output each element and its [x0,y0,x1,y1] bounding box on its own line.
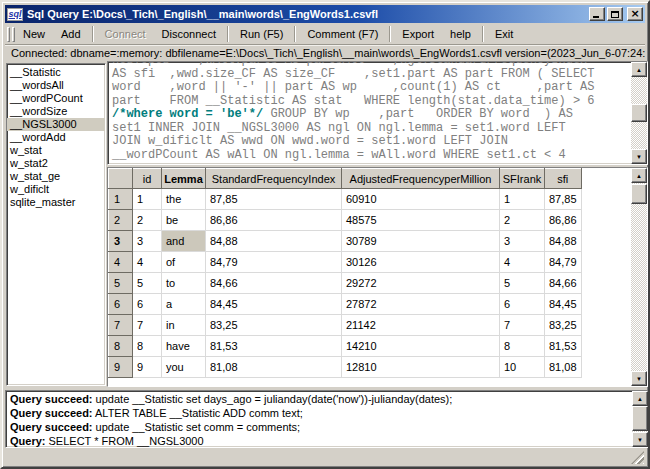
scroll-up-button[interactable]: ▲ [631,62,647,77]
table-cell[interactable]: 14210 [342,336,500,357]
table-cell[interactable]: 6 [133,294,162,315]
table-cell[interactable]: 7 [500,315,545,336]
table-cell[interactable]: 1 [133,189,162,210]
selected-cell[interactable]: and [162,231,206,252]
table-cell[interactable]: 86,86 [545,210,582,231]
scrollbar-thumb[interactable] [631,104,647,122]
table-cell[interactable]: 86,86 [206,210,342,231]
toolbar-button-add[interactable]: Add [53,26,89,42]
table-cell[interactable]: 48575 [342,210,500,231]
sidebar-item-sqlite-master[interactable]: sqlite_master [7,196,105,209]
column-header-sfirank[interactable]: SFIrank [500,169,545,189]
close-button[interactable]: × [627,7,643,21]
sql-editor-text[interactable]: повторов ,wAll.parts AS partsAll ,ngl.St… [108,61,631,164]
table-corner-header[interactable] [109,169,133,189]
table-cell[interactable]: 81,08 [545,357,582,378]
table-cell[interactable]: 29272 [342,273,500,294]
toolbar-button-exit[interactable]: Exit [487,26,521,42]
sidebar-item-w-stat-ge[interactable]: w_stat_ge [7,170,105,183]
table-cell[interactable]: 4 [133,252,162,273]
scrollbar-thumb[interactable] [632,406,648,431]
results-scrollbar[interactable]: ▲ ▼ [631,168,647,386]
sidebar-item-w-dificlt[interactable]: w_dificlt [7,183,105,196]
row-header-5[interactable]: 5 [109,273,133,294]
sidebar-item-wordsize[interactable]: __wordSize [7,105,105,118]
toolbar-grip[interactable] [7,27,10,42]
scroll-up-button[interactable]: ▲ [631,168,647,183]
row-header-6[interactable]: 6 [109,294,133,315]
toolbar-button-new[interactable]: New [15,26,53,42]
table-cell[interactable]: 84,79 [545,252,582,273]
row-header-1[interactable]: 1 [109,189,133,210]
table-cell[interactable]: 9 [133,357,162,378]
table-cell[interactable]: 27872 [342,294,500,315]
scroll-down-button[interactable]: ▼ [631,371,647,386]
maximize-button[interactable] [607,7,623,21]
table-cell[interactable]: a [162,294,206,315]
sql-editor[interactable]: повторов ,wAll.parts AS partsAll ,ngl.St… [107,61,648,165]
table-cell[interactable]: 10 [500,357,545,378]
scroll-down-button[interactable]: ▼ [631,149,647,164]
row-header-8[interactable]: 8 [109,336,133,357]
table-cell[interactable]: 84,66 [545,273,582,294]
table-cell[interactable]: 2 [133,210,162,231]
resize-grip[interactable] [631,451,644,464]
table-cell[interactable]: 87,85 [545,189,582,210]
table-cell[interactable]: 12810 [342,357,500,378]
row-header-2[interactable]: 2 [109,210,133,231]
row-header-7[interactable]: 7 [109,315,133,336]
table-cell[interactable]: 84,88 [545,231,582,252]
row-header-3[interactable]: 3 [109,231,133,252]
table-cell[interactable]: of [162,252,206,273]
table-cell[interactable]: the [162,189,206,210]
toolbar-button-run-f5[interactable]: Run (F5) [232,26,291,42]
column-header-id[interactable]: id [133,169,162,189]
table-cell[interactable]: 3 [500,231,545,252]
table-cell[interactable]: 7 [133,315,162,336]
table-cell[interactable]: 83,25 [206,315,342,336]
minimize-button[interactable] [589,7,605,21]
column-header-lemma[interactable]: Lemma [162,169,206,189]
table-cell[interactable]: 84,88 [206,231,342,252]
sidebar-item-w-stat[interactable]: w_stat [7,144,105,157]
table-cell[interactable]: 87,85 [206,189,342,210]
row-header-4[interactable]: 4 [109,252,133,273]
column-header-standardfrequencyindex[interactable]: StandardFrequencyIndex [206,169,342,189]
table-cell[interactable]: 30126 [342,252,500,273]
table-cell[interactable]: 4 [500,252,545,273]
row-header-9[interactable]: 9 [109,357,133,378]
toolbar-button-help[interactable]: help [442,26,479,42]
table-cell[interactable]: 5 [133,273,162,294]
table-cell[interactable]: to [162,273,206,294]
sidebar-item-wordpcount[interactable]: __wordPCount [7,92,105,105]
toolbar-button-comment-f7[interactable]: Comment (F7) [299,26,386,42]
table-cell[interactable]: 81,53 [206,336,342,357]
table-cell[interactable]: 30789 [342,231,500,252]
table-cell[interactable]: you [162,357,206,378]
scrollbar-thumb[interactable] [631,184,647,204]
table-cell[interactable]: 8 [500,336,545,357]
log-scrollbar[interactable]: ▲ ▼ [632,391,648,447]
sidebar-item-wordadd[interactable]: __wordAdd [7,131,105,144]
table-cell[interactable]: 8 [133,336,162,357]
table-cell[interactable]: have [162,336,206,357]
table-cell[interactable]: 84,66 [206,273,342,294]
table-cell[interactable]: 5 [500,273,545,294]
table-cell[interactable]: 6 [500,294,545,315]
toolbar-button-export[interactable]: Export [394,26,442,42]
title-bar[interactable]: sql Sql Query E:\Docs\_Tich\_English\__m… [5,5,645,23]
toolbar-button-disconnect[interactable]: Disconnect [154,26,224,42]
table-cell[interactable]: 3 [133,231,162,252]
table-cell[interactable]: be [162,210,206,231]
sidebar-item-statistic[interactable]: __Statistic [7,66,105,79]
sql-editor-scrollbar[interactable]: ▲ ▼ [631,62,647,164]
table-cell[interactable]: in [162,315,206,336]
tables-list[interactable]: __Statistic__wordsAll__wordPCount__wordS… [6,63,106,386]
sidebar-item-ngsl3000[interactable]: __NGSL3000 [7,118,105,131]
scroll-down-button[interactable]: ▼ [632,432,648,447]
table-cell[interactable]: 1 [500,189,545,210]
column-header-sfi[interactable]: sfi [545,169,582,189]
sidebar-item-w-stat2[interactable]: w_stat2 [7,157,105,170]
table-cell[interactable]: 83,25 [545,315,582,336]
table-cell[interactable]: 81,08 [206,357,342,378]
